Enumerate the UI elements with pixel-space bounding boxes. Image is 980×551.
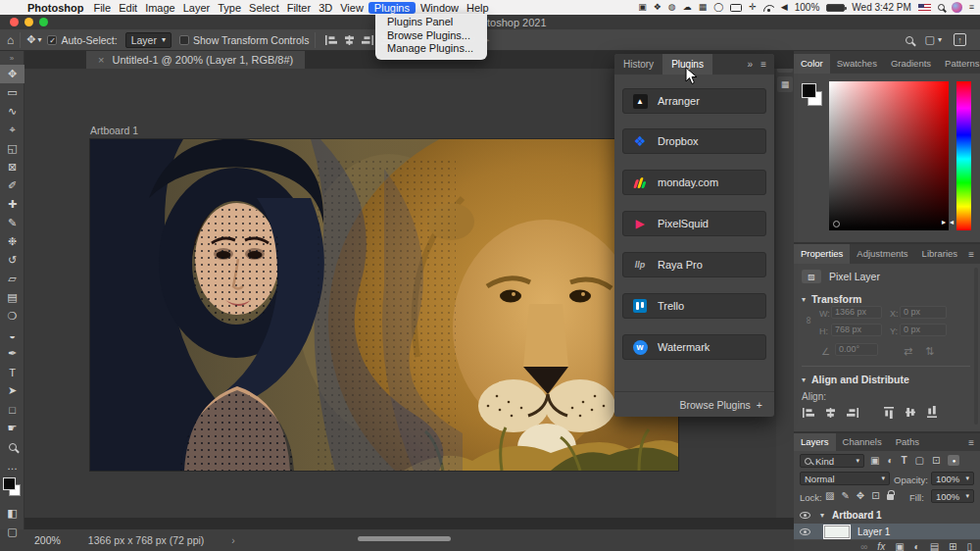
spotlight-search-icon[interactable] bbox=[938, 4, 945, 11]
foreground-color-swatch[interactable] bbox=[3, 477, 16, 490]
horizontal-scrollbar-thumb[interactable] bbox=[358, 536, 451, 541]
screen-mode-button[interactable]: ▢ bbox=[0, 523, 24, 541]
menu-type[interactable]: Type bbox=[215, 2, 244, 14]
lock-image-pixels-icon[interactable]: ✎ bbox=[841, 490, 849, 501]
menu-plugins[interactable]: Plugins bbox=[368, 2, 416, 14]
align-vertical-centers-icon[interactable] bbox=[905, 405, 916, 423]
plugin-item-monday[interactable]: monday.com bbox=[622, 170, 766, 195]
width-field[interactable]: 1366 px bbox=[831, 306, 882, 319]
link-layers-icon[interactable]: ∞ bbox=[860, 541, 867, 551]
align-left-edges-icon[interactable] bbox=[802, 405, 814, 423]
menu-help[interactable]: Help bbox=[464, 2, 492, 14]
tab-gradients[interactable]: Gradients bbox=[884, 54, 938, 74]
wifi-icon[interactable] bbox=[763, 4, 774, 12]
menu-select[interactable]: Select bbox=[246, 2, 282, 14]
align-horizontal-centers-icon[interactable] bbox=[343, 34, 356, 46]
filter-pixel-layers-icon[interactable]: ▣ bbox=[870, 455, 879, 466]
tool-hand-button[interactable]: ☛ bbox=[0, 419, 24, 437]
tool-move-button[interactable]: ✥ bbox=[0, 65, 24, 83]
tab-history[interactable]: History bbox=[614, 54, 662, 75]
menu-edit[interactable]: Edit bbox=[116, 2, 140, 14]
flip-vertical-icon[interactable]: ⇅ bbox=[925, 345, 934, 358]
filter-smart-objects-icon[interactable]: ⊡ bbox=[932, 455, 940, 466]
layer-filter-dropdown[interactable]: Kind ▾ bbox=[800, 454, 864, 468]
tool-eraser-button[interactable]: ▱ bbox=[0, 270, 24, 288]
plugin-item-trello[interactable]: Trello bbox=[622, 293, 766, 319]
tools-collapse-icon[interactable]: » bbox=[0, 51, 24, 65]
docked-panel-stock-icon[interactable]: ▦ bbox=[777, 76, 793, 92]
search-icon[interactable] bbox=[906, 36, 913, 44]
hue-slider[interactable] bbox=[956, 81, 971, 230]
filter-shape-layers-icon[interactable]: ▢ bbox=[915, 455, 924, 466]
status-chevron-icon[interactable]: › bbox=[231, 534, 235, 546]
hue-slider-marker[interactable]: ◂ bbox=[950, 218, 954, 226]
plugin-item-raya-pro[interactable]: llp Raya Pro bbox=[622, 252, 766, 277]
window-close-button[interactable] bbox=[10, 18, 19, 26]
tool-marquee-button[interactable]: ▭ bbox=[0, 83, 24, 102]
tool-crop-button[interactable]: ◱ bbox=[0, 139, 24, 158]
menu-item-plugins-panel[interactable]: Plugins Panel bbox=[375, 16, 487, 29]
close-tab-icon[interactable]: × bbox=[98, 54, 104, 66]
tab-properties[interactable]: Properties bbox=[794, 244, 850, 264]
status-app-icon-2[interactable]: ◍ bbox=[668, 0, 676, 15]
filter-adjustment-layers-icon[interactable]: ◐ bbox=[887, 455, 893, 466]
tool-clone-stamp-button[interactable]: ❉ bbox=[0, 232, 24, 251]
siri-icon[interactable] bbox=[952, 2, 962, 13]
fill-dropdown[interactable]: 100% ▾ bbox=[931, 489, 974, 503]
tool-pen-button[interactable]: ✒ bbox=[0, 344, 24, 363]
tab-layers[interactable]: Layers bbox=[794, 433, 836, 451]
menu-layer[interactable]: Layer bbox=[180, 2, 214, 14]
opacity-dropdown[interactable]: 100% ▾ bbox=[931, 472, 974, 485]
lock-transparent-pixels-icon[interactable]: ▨ bbox=[825, 490, 834, 501]
tool-frame-button[interactable]: ⊠ bbox=[0, 158, 24, 176]
color-field-marker[interactable] bbox=[833, 221, 840, 227]
lock-all-icon[interactable] bbox=[887, 494, 894, 500]
section-chevron-icon[interactable]: ▾ bbox=[802, 295, 806, 304]
panel-scrollbar[interactable] bbox=[974, 268, 978, 425]
zoom-level[interactable]: 200% bbox=[34, 534, 61, 546]
menu-window[interactable]: Window bbox=[417, 2, 462, 14]
dropbox-status-icon[interactable]: ❖ bbox=[654, 0, 662, 15]
panel-menu-icon[interactable]: ≡ bbox=[968, 249, 980, 260]
new-layer-icon[interactable]: ⊞ bbox=[949, 541, 956, 551]
status-app-icon-1[interactable]: ▣ bbox=[638, 0, 647, 15]
menu-image[interactable]: Image bbox=[142, 2, 178, 14]
menu-filter[interactable]: Filter bbox=[284, 2, 314, 14]
flip-horizontal-icon[interactable]: ⇄ bbox=[904, 345, 912, 358]
section-chevron-icon[interactable]: ▾ bbox=[802, 376, 806, 384]
plugin-item-watermark[interactable]: w Watermark bbox=[622, 334, 766, 360]
tab-color[interactable]: Color bbox=[794, 54, 830, 74]
tool-history-brush-button[interactable]: ↺ bbox=[0, 251, 24, 270]
layer-thumbnail[interactable] bbox=[824, 526, 850, 538]
menu-app-name[interactable]: Photoshop bbox=[23, 2, 88, 14]
visibility-eye-icon[interactable] bbox=[800, 528, 810, 535]
align-bottom-edges-icon[interactable] bbox=[926, 405, 938, 423]
menu-3d[interactable]: 3D bbox=[316, 2, 335, 14]
filter-toggle-button[interactable]: ● bbox=[948, 455, 959, 466]
new-group-icon[interactable]: ▤ bbox=[930, 541, 939, 551]
input-language-flag-icon[interactable] bbox=[918, 4, 931, 12]
tool-preset-chevron-icon[interactable]: ▾ bbox=[37, 35, 41, 44]
plugin-item-arranger[interactable]: ▲ Arranger bbox=[622, 88, 766, 114]
home-icon[interactable]: ⌂ bbox=[7, 33, 14, 47]
layer-row-selected[interactable]: Layer 1 bbox=[794, 524, 980, 539]
menu-item-manage-plugins[interactable]: Manage Plugins... bbox=[375, 42, 487, 56]
rotate-field[interactable]: 0.00° bbox=[835, 343, 878, 356]
tool-edit-toolbar-button[interactable]: … bbox=[0, 456, 24, 475]
expand-chevron-icon[interactable]: ▾ bbox=[820, 511, 824, 520]
foreground-color-swatch[interactable] bbox=[802, 83, 816, 98]
tab-paths[interactable]: Paths bbox=[889, 433, 926, 451]
plugin-item-pixelsquid[interactable]: ▶ PixelSquid bbox=[622, 211, 766, 236]
show-transform-checkbox[interactable] bbox=[179, 35, 189, 45]
volume-icon[interactable]: ◀ bbox=[781, 0, 788, 15]
tool-brush-button[interactable]: ✎ bbox=[0, 214, 24, 232]
delete-layer-icon[interactable]: ▯ bbox=[966, 541, 972, 551]
workspace-switcher[interactable]: ▢ ▾ bbox=[925, 33, 942, 46]
tool-eyedropper-button[interactable]: ✐ bbox=[0, 176, 24, 195]
window-zoom-button[interactable] bbox=[39, 18, 48, 26]
status-app-icon-4[interactable]: ◯ bbox=[713, 0, 723, 15]
filter-type-layers-icon[interactable]: T bbox=[902, 455, 907, 466]
link-dimensions-icon[interactable]: ∞ bbox=[804, 317, 815, 325]
menu-clock[interactable]: Wed 3:42 PM bbox=[852, 2, 910, 13]
artboard-label[interactable]: Artboard 1 bbox=[90, 125, 138, 136]
